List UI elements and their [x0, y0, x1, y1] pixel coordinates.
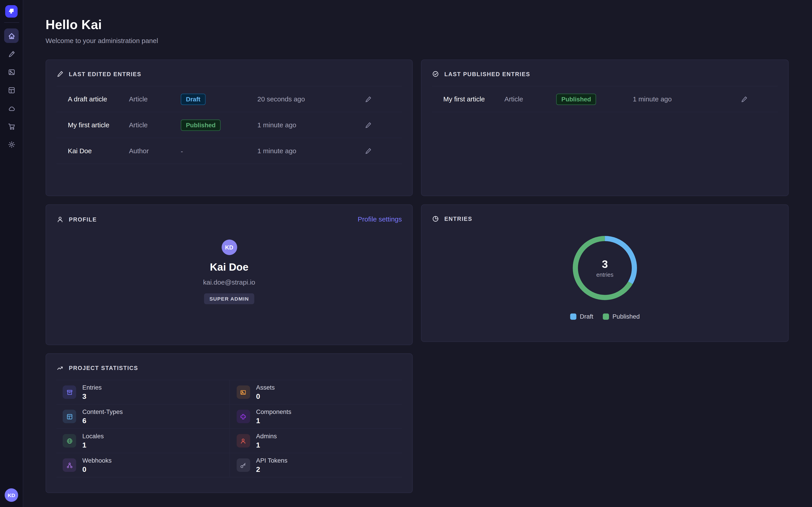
entry-row[interactable]: Kai Doe Author - 1 minute ago	[56, 138, 402, 164]
stat-value: 3	[82, 392, 102, 400]
stat-value: 0	[82, 465, 112, 473]
profile-body: KD Kai Doe kai.doe@strapi.io SUPER ADMIN	[56, 239, 402, 304]
stat-label: Webhooks	[82, 457, 112, 464]
entry-row[interactable]: My first article Article Published 1 min…	[56, 112, 402, 138]
entry-type: Article	[129, 95, 181, 103]
trending-up-icon	[56, 364, 64, 371]
edit-entry-button[interactable]	[741, 96, 748, 103]
page-subtitle: Welcome to your administration panel	[46, 37, 789, 44]
stat-label: Content-Types	[82, 408, 123, 415]
admin-dashboard: KD Hello Kai Welcome to your administrat…	[0, 0, 812, 507]
entry-time: 1 minute ago	[633, 95, 741, 103]
stat-value: 0	[256, 392, 275, 400]
card-title: ENTRIES	[444, 216, 472, 222]
entry-time: 1 minute ago	[257, 147, 364, 155]
status-badge: Draft	[181, 93, 205, 105]
stat-assets: Assets 0	[229, 380, 402, 405]
locales-icon	[63, 434, 76, 448]
marketplace-icon	[7, 122, 15, 130]
home-icon	[7, 32, 15, 40]
draft-swatch	[570, 314, 576, 320]
stat-content-types: Content-Types 6	[56, 404, 229, 429]
sidebar-item-marketplace[interactable]	[4, 119, 18, 133]
pencil-icon	[364, 147, 372, 154]
edit-entry-button[interactable]	[364, 147, 372, 154]
project-statistics-card: PROJECT STATISTICS Entries 3	[46, 353, 413, 493]
sidebar-item-home[interactable]	[4, 29, 18, 43]
stat-label: Entries	[82, 384, 102, 391]
entry-time: 1 minute ago	[257, 121, 364, 129]
card-title: LAST EDITED ENTRIES	[69, 71, 141, 77]
edit-entry-button[interactable]	[364, 121, 372, 128]
person-icon	[56, 215, 64, 223]
status-badge: Published	[181, 119, 221, 131]
card-title: LAST PUBLISHED ENTRIES	[444, 71, 530, 77]
user-avatar[interactable]: KD	[5, 488, 18, 502]
entry-row[interactable]: My first article Article Published 1 min…	[432, 86, 778, 112]
entry-name: My first article	[432, 95, 504, 103]
content-type-builder-icon	[7, 86, 15, 94]
check-circle-icon	[432, 70, 439, 77]
legend-label: Draft	[580, 313, 594, 320]
settings-icon	[7, 140, 15, 148]
stat-value: 2	[256, 465, 287, 473]
profile-avatar: KD	[221, 239, 237, 255]
edit-entry-button[interactable]	[364, 96, 372, 103]
entry-row[interactable]: A draft article Article Draft 20 seconds…	[56, 86, 402, 112]
media-library-icon	[7, 68, 15, 76]
stat-label: Admins	[256, 433, 277, 440]
legend-label: Published	[612, 313, 640, 320]
sidebar-item-cloud[interactable]	[4, 101, 18, 115]
profile-settings-link[interactable]: Profile settings	[358, 215, 402, 223]
components-icon	[236, 410, 250, 423]
entry-type: Article	[129, 121, 181, 129]
content-manager-icon	[7, 50, 15, 58]
last-edited-header: LAST EDITED ENTRIES	[56, 70, 402, 77]
legend-item-draft: Draft	[570, 313, 593, 320]
assets-icon	[236, 385, 250, 399]
pencil-icon	[364, 96, 372, 103]
stat-entries: Entries 3	[56, 380, 229, 405]
api-tokens-icon	[236, 458, 250, 472]
profile-name: Kai Doe	[210, 261, 248, 273]
entry-time: 20 seconds ago	[257, 95, 364, 103]
profile-header: PROFILE	[56, 215, 97, 223]
stat-label: Components	[256, 408, 291, 415]
role-badge: SUPER ADMIN	[204, 293, 254, 304]
content-types-icon	[63, 410, 76, 423]
webhooks-icon	[63, 458, 76, 472]
stat-value: 1	[256, 441, 277, 449]
strapi-logo[interactable]	[5, 5, 17, 17]
stat-label: Locales	[82, 433, 104, 440]
project-statistics-header: PROJECT STATISTICS	[56, 364, 402, 371]
entry-type: Article	[504, 95, 556, 103]
sidebar-item-media-library[interactable]	[4, 65, 18, 79]
stat-locales: Locales 1	[56, 429, 229, 453]
legend-item-published: Published	[603, 313, 640, 320]
last-published-table: My first article Article Published 1 min…	[432, 86, 778, 112]
entry-type: Author	[129, 147, 181, 155]
published-swatch	[603, 314, 609, 320]
last-published-header: LAST PUBLISHED ENTRIES	[432, 70, 778, 77]
last-edited-table: A draft article Article Draft 20 seconds…	[56, 86, 402, 164]
chart-legend: Draft Published	[570, 313, 640, 320]
admins-icon	[236, 434, 250, 448]
stat-webhooks: Webhooks 0	[56, 453, 229, 477]
pencil-icon	[741, 96, 748, 103]
stat-value: 6	[82, 416, 123, 425]
sidebar-item-content-type-builder[interactable]	[4, 83, 18, 97]
stat-label: API Tokens	[256, 457, 287, 464]
entries-header: ENTRIES	[432, 215, 778, 222]
pie-chart-icon	[432, 215, 439, 222]
profile-card: PROFILE Profile settings KD Kai Doe kai.…	[46, 205, 413, 345]
stat-label: Assets	[256, 384, 275, 391]
sidebar-item-settings[interactable]	[4, 137, 18, 152]
entries-count: 3	[602, 258, 608, 271]
sidebar-item-content-manager[interactable]	[4, 47, 18, 61]
last-published-entries-card: LAST PUBLISHED ENTRIES My first article …	[421, 59, 789, 196]
stat-components: Components 1	[229, 404, 402, 429]
entries-count-label: entries	[596, 272, 613, 278]
entry-name: A draft article	[56, 95, 129, 103]
entries-chart-body: 3 entries Draft Published	[432, 222, 778, 320]
card-title: PROFILE	[69, 216, 97, 222]
